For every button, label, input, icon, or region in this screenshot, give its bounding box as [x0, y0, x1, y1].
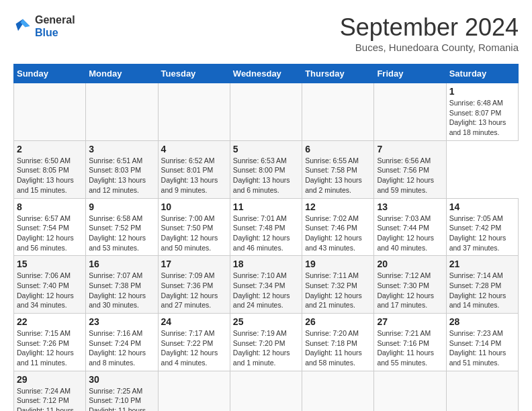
calendar-day-cell: 4Sunrise: 6:52 AM Sunset: 8:01 PM Daylig… [158, 140, 230, 198]
calendar-header-thursday: Thursday [302, 64, 374, 83]
calendar-week-row: 15Sunrise: 7:06 AM Sunset: 7:40 PM Dayli… [14, 256, 519, 314]
calendar-day-cell: 26Sunrise: 7:20 AM Sunset: 7:18 PM Dayli… [302, 314, 374, 371]
calendar-title: September 2024 [340, 13, 519, 42]
calendar-day-cell: 13Sunrise: 7:03 AM Sunset: 7:44 PM Dayli… [374, 198, 446, 256]
calendar-day-cell: 2Sunrise: 6:50 AM Sunset: 8:05 PM Daylig… [14, 140, 86, 198]
calendar-week-row: 2Sunrise: 6:50 AM Sunset: 8:05 PM Daylig… [14, 140, 519, 198]
calendar-day-cell: 3Sunrise: 6:51 AM Sunset: 8:03 PM Daylig… [86, 140, 158, 198]
calendar-empty-cell [158, 371, 230, 411]
calendar-empty-cell [374, 83, 446, 141]
calendar-empty-cell [230, 83, 302, 141]
logo-blue: Blue [35, 27, 58, 38]
calendar-day-cell: 8Sunrise: 6:57 AM Sunset: 7:54 PM Daylig… [14, 198, 86, 256]
calendar-week-row: 22Sunrise: 7:15 AM Sunset: 7:26 PM Dayli… [14, 314, 519, 371]
calendar-empty-cell [302, 371, 374, 411]
calendar-day-cell: 16Sunrise: 7:07 AM Sunset: 7:38 PM Dayli… [86, 256, 158, 314]
calendar-day-cell: 30Sunrise: 7:25 AM Sunset: 7:10 PM Dayli… [86, 371, 158, 411]
calendar-day-cell: 20Sunrise: 7:12 AM Sunset: 7:30 PM Dayli… [374, 256, 446, 314]
calendar-day-cell: 1Sunrise: 6:48 AM Sunset: 8:07 PM Daylig… [446, 83, 518, 141]
calendar-day-cell: 11Sunrise: 7:01 AM Sunset: 7:48 PM Dayli… [230, 198, 302, 256]
calendar-day-cell: 15Sunrise: 7:06 AM Sunset: 7:40 PM Dayli… [14, 256, 86, 314]
calendar-day-cell: 5Sunrise: 6:53 AM Sunset: 8:00 PM Daylig… [230, 140, 302, 198]
calendar-day-cell: 14Sunrise: 7:05 AM Sunset: 7:42 PM Dayli… [446, 198, 518, 256]
calendar-empty-cell [374, 371, 446, 411]
calendar-day-cell: 24Sunrise: 7:17 AM Sunset: 7:22 PM Dayli… [158, 314, 230, 371]
calendar-empty-cell [158, 83, 230, 141]
calendar-header-saturday: Saturday [446, 64, 518, 83]
calendar-day-cell: 21Sunrise: 7:14 AM Sunset: 7:28 PM Dayli… [446, 256, 518, 314]
calendar-week-row: 1Sunrise: 6:48 AM Sunset: 8:07 PM Daylig… [14, 83, 519, 141]
calendar-day-cell: 7Sunrise: 6:56 AM Sunset: 7:56 PM Daylig… [374, 140, 446, 198]
logo-general: General [35, 14, 75, 26]
calendar-day-cell: 28Sunrise: 7:23 AM Sunset: 7:14 PM Dayli… [446, 314, 518, 371]
calendar-week-row: 8Sunrise: 6:57 AM Sunset: 7:54 PM Daylig… [14, 198, 519, 256]
title-section: September 2024 Buces, Hunedoara County, … [340, 13, 519, 53]
calendar-empty-cell [302, 83, 374, 141]
calendar-day-cell: 23Sunrise: 7:16 AM Sunset: 7:24 PM Dayli… [86, 314, 158, 371]
calendar-header-monday: Monday [86, 64, 158, 83]
calendar-header-sunday: Sunday [14, 64, 86, 83]
calendar-day-cell: 27Sunrise: 7:21 AM Sunset: 7:16 PM Dayli… [374, 314, 446, 371]
calendar-empty-cell [86, 83, 158, 141]
calendar-day-cell: 22Sunrise: 7:15 AM Sunset: 7:26 PM Dayli… [14, 314, 86, 371]
calendar-day-cell: 19Sunrise: 7:11 AM Sunset: 7:32 PM Dayli… [302, 256, 374, 314]
calendar-day-cell: 12Sunrise: 7:02 AM Sunset: 7:46 PM Dayli… [302, 198, 374, 256]
calendar-day-cell: 18Sunrise: 7:10 AM Sunset: 7:34 PM Dayli… [230, 256, 302, 314]
calendar-header-row: SundayMondayTuesdayWednesdayThursdayFrid… [14, 64, 519, 83]
calendar-week-row: 29Sunrise: 7:24 AM Sunset: 7:12 PM Dayli… [14, 371, 519, 411]
logo: General Blue [13, 13, 75, 39]
calendar-day-cell: 25Sunrise: 7:19 AM Sunset: 7:20 PM Dayli… [230, 314, 302, 371]
calendar-header-tuesday: Tuesday [158, 64, 230, 83]
calendar-header-wednesday: Wednesday [230, 64, 302, 83]
calendar-day-cell: 10Sunrise: 7:00 AM Sunset: 7:50 PM Dayli… [158, 198, 230, 256]
calendar-day-cell: 29Sunrise: 7:24 AM Sunset: 7:12 PM Dayli… [14, 371, 86, 411]
calendar-empty-cell [230, 371, 302, 411]
calendar-header-friday: Friday [374, 64, 446, 83]
page-header: General Blue September 2024 Buces, Huned… [13, 13, 519, 53]
logo-icon [13, 17, 32, 36]
calendar-empty-cell [446, 371, 518, 411]
logo-text: General Blue [35, 13, 75, 39]
calendar-empty-cell [14, 83, 86, 141]
calendar-day-cell: 9Sunrise: 6:58 AM Sunset: 7:52 PM Daylig… [86, 198, 158, 256]
calendar-day-cell: 6Sunrise: 6:55 AM Sunset: 7:58 PM Daylig… [302, 140, 374, 198]
calendar-day-cell: 17Sunrise: 7:09 AM Sunset: 7:36 PM Dayli… [158, 256, 230, 314]
calendar-table: SundayMondayTuesdayWednesdayThursdayFrid… [13, 64, 519, 411]
calendar-subtitle: Buces, Hunedoara County, Romania [340, 42, 519, 53]
